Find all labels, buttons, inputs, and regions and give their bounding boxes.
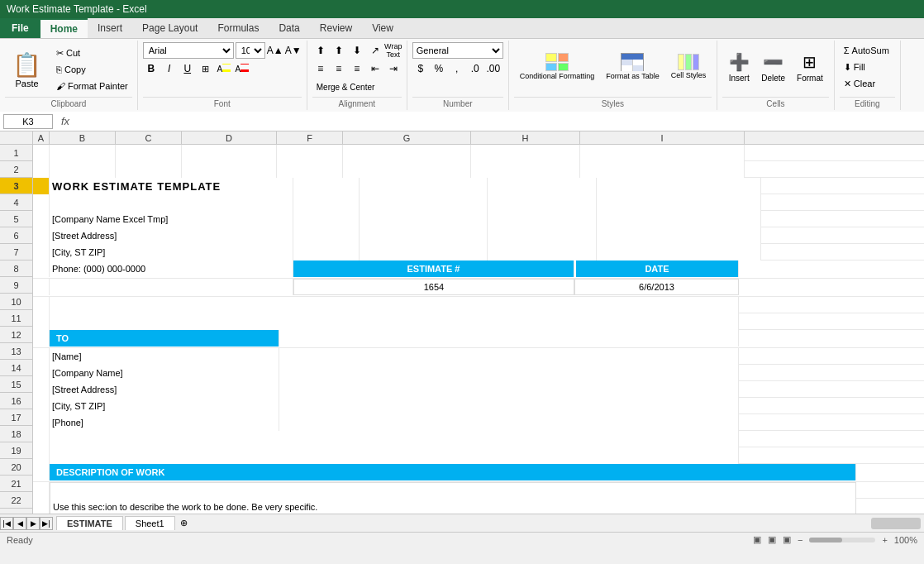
cell-i3[interactable] — [597, 178, 761, 194]
cell-h5[interactable] — [488, 211, 597, 227]
decrease-decimal-button[interactable]: .0 — [467, 60, 483, 77]
row-13[interactable]: 13 — [0, 343, 32, 360]
zoom-slider[interactable] — [809, 538, 875, 542]
cell-b16-citystatezip[interactable]: [City, ST ZIP] — [50, 398, 279, 414]
h-scrollbar-thumb[interactable] — [871, 518, 921, 529]
cell-d1[interactable] — [182, 145, 277, 161]
cell-c1[interactable] — [116, 145, 182, 161]
cell-a6[interactable] — [33, 227, 50, 244]
cell-f17[interactable] — [279, 414, 739, 431]
increase-decimal-button[interactable]: .00 — [485, 60, 502, 77]
cell-f8-estimate-header[interactable]: ESTIMATE # — [293, 260, 574, 277]
tab-view[interactable]: View — [362, 18, 403, 38]
cell-b7-citystatezip[interactable]: [City, ST ZIP] — [50, 244, 293, 260]
border-button[interactable]: ⊞ — [198, 60, 214, 77]
autosum-button[interactable]: Σ AutoSum — [840, 42, 895, 59]
cell-b15-address[interactable]: [Street Address] — [50, 381, 279, 398]
row-20[interactable]: 20 — [0, 459, 32, 476]
format-painter-button[interactable]: 🖌 Format Painter — [52, 78, 132, 94]
cell-i7[interactable] — [597, 244, 761, 260]
cell-b19[interactable] — [50, 447, 739, 464]
cell-b11[interactable] — [50, 313, 739, 330]
cell-h2[interactable] — [471, 161, 580, 178]
cell-g6[interactable] — [360, 227, 488, 244]
cell-d2[interactable] — [182, 161, 277, 178]
cell-b14-company[interactable]: [Company Name] — [50, 365, 279, 381]
cell-g5[interactable] — [360, 211, 488, 227]
cell-f13[interactable] — [279, 348, 739, 365]
row-10[interactable]: 10 — [0, 294, 32, 310]
row-8[interactable]: 8 — [0, 260, 32, 277]
cell-a18[interactable] — [33, 431, 50, 447]
row-17[interactable]: 17 — [0, 409, 32, 426]
cell-f16[interactable] — [279, 398, 739, 414]
bold-button[interactable]: B — [143, 60, 160, 77]
cell-b21[interactable] — [50, 482, 856, 499]
cell-g2[interactable] — [343, 161, 471, 178]
col-header-d[interactable]: D — [182, 131, 277, 144]
cell-b13-name[interactable]: [Name] — [50, 348, 279, 365]
cell-h7[interactable] — [488, 244, 597, 260]
cell-a20[interactable] — [33, 464, 50, 480]
cell-f1[interactable] — [277, 145, 343, 161]
align-bottom-button[interactable]: ⬇ — [349, 42, 365, 59]
merge-center-button[interactable]: Merge & Center — [312, 79, 379, 95]
row-3[interactable]: 3 — [0, 178, 32, 194]
row-22[interactable]: 22 — [0, 492, 32, 509]
paste-button[interactable]: 📋 Paste — [5, 48, 49, 91]
insert-button[interactable]: ➕ Insert — [722, 42, 755, 92]
sheet-nav-last[interactable]: ▶| — [40, 517, 53, 530]
cell-i2[interactable] — [580, 161, 745, 178]
cell-b3-title[interactable]: WORK ESTIMATE TEMPLATE — [50, 178, 293, 194]
cell-f9-estimate-num[interactable]: 1654 — [293, 279, 574, 295]
number-format-select[interactable]: General — [412, 42, 503, 59]
font-color-button[interactable]: A▬ — [234, 60, 250, 77]
cell-a2[interactable] — [33, 161, 50, 178]
clear-button[interactable]: ✕ Clear — [840, 75, 895, 92]
zoom-in-button[interactable]: + — [882, 535, 887, 545]
cell-a1[interactable] — [33, 145, 50, 161]
cell-b9[interactable] — [50, 279, 293, 295]
cell-a16[interactable] — [33, 398, 50, 414]
cell-f15[interactable] — [279, 381, 739, 398]
col-header-b[interactable]: B — [50, 131, 116, 144]
row-6[interactable]: 6 — [0, 227, 32, 244]
comma-button[interactable]: , — [449, 60, 465, 77]
align-right-button[interactable]: ≡ — [349, 60, 365, 77]
cell-i6[interactable] — [597, 227, 761, 244]
cell-b20-description-header[interactable]: DESCRIPTION OF WORK — [50, 464, 856, 480]
tab-review[interactable]: Review — [310, 18, 362, 38]
fill-button[interactable]: ⬇ Fill — [840, 59, 895, 75]
cell-styles-button[interactable]: Cell Styles — [665, 42, 712, 92]
cell-g7[interactable] — [360, 244, 488, 260]
cell-b22-description-text[interactable]: Use this sec:ion to describe the work to… — [50, 499, 856, 514]
cell-f5[interactable] — [293, 211, 360, 227]
fill-color-button[interactable]: A▬ — [216, 60, 232, 77]
cell-b17-phone[interactable]: [Phone] — [50, 414, 279, 431]
increase-font-button[interactable]: A▲ — [267, 42, 283, 59]
row-14[interactable]: 14 — [0, 360, 32, 376]
currency-button[interactable]: $ — [412, 60, 429, 77]
increase-indent-button[interactable]: ⇥ — [385, 60, 402, 77]
col-header-g[interactable]: G — [343, 131, 471, 144]
cell-a5[interactable] — [33, 211, 50, 227]
sheet-tab-sheet1[interactable]: Sheet1 — [125, 516, 175, 530]
cell-g4[interactable] — [360, 194, 488, 211]
percent-button[interactable]: % — [431, 60, 447, 77]
cell-i8-date-header[interactable]: DATE — [574, 260, 739, 277]
row-2[interactable]: 2 — [0, 161, 32, 178]
cell-a10[interactable] — [33, 297, 50, 313]
sheet-tab-estimate[interactable]: ESTIMATE — [56, 516, 123, 530]
wrap-text-button[interactable]: Wrap Text — [385, 42, 402, 59]
cell-b10[interactable] — [50, 297, 739, 313]
font-size-select[interactable]: 10 — [236, 42, 265, 59]
cell-g1[interactable] — [343, 145, 471, 161]
cell-ref-input[interactable]: K3 — [3, 114, 53, 129]
align-center-button[interactable]: ≡ — [331, 60, 347, 77]
row-9[interactable]: 9 — [0, 277, 32, 294]
sheet-nav-prev[interactable]: ◀ — [13, 517, 26, 530]
cell-a4[interactable] — [33, 194, 50, 211]
cell-a12[interactable] — [33, 330, 50, 347]
cell-a11[interactable] — [33, 313, 50, 330]
row-1[interactable]: 1 — [0, 145, 32, 161]
